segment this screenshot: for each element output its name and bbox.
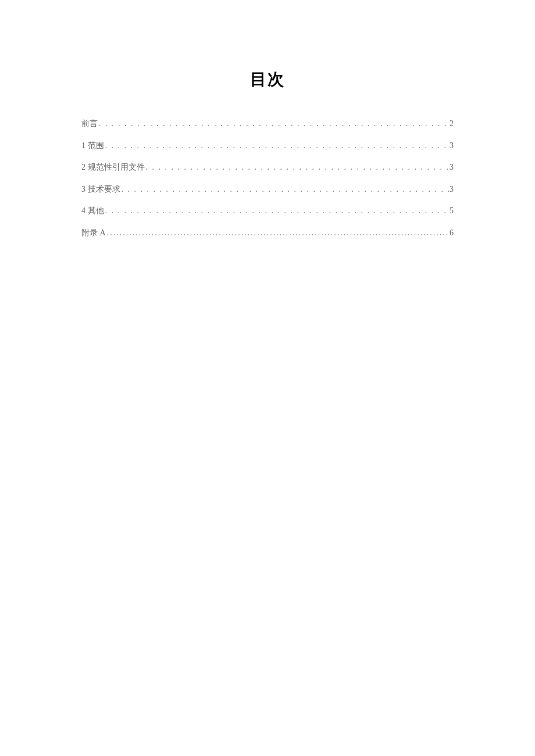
- toc-entry-page: 3: [450, 162, 454, 173]
- toc-entry-label: 1 范围: [81, 140, 104, 152]
- toc-entry: 附录 A ...................................…: [81, 222, 454, 244]
- toc-entry-label: 附录 A: [81, 227, 106, 239]
- toc-entry: 4 其他 . . . . . . . . . . . . . . . . . .…: [81, 200, 454, 222]
- toc-entry-page: 6: [450, 227, 454, 239]
- toc-entry: 2 规范性引用文件 . . . . . . . . . . . . . . . …: [81, 156, 454, 178]
- toc-entry-label: 3 技术要求: [81, 184, 120, 195]
- toc-leader-dots: . . . . . . . . . . . . . . . . . . . . …: [104, 140, 450, 152]
- table-of-contents: 前言 . . . . . . . . . . . . . . . . . . .…: [81, 113, 454, 244]
- toc-entry-label: 4 其他: [81, 205, 104, 217]
- toc-leader-dots: . . . . . . . . . . . . . . . . . . . . …: [145, 162, 450, 173]
- toc-entry-page: 2: [450, 118, 454, 130]
- toc-entry-label: 前言: [81, 118, 98, 130]
- page-title: 目次: [0, 69, 535, 91]
- toc-leader-dots: . . . . . . . . . . . . . . . . . . . . …: [98, 118, 450, 130]
- toc-leader-dots: ........................................…: [106, 227, 450, 239]
- toc-entry: 1 范围 . . . . . . . . . . . . . . . . . .…: [81, 135, 454, 157]
- toc-leader-dots: . . . . . . . . . . . . . . . . . . . . …: [104, 205, 450, 217]
- toc-entry-page: 3: [450, 184, 454, 195]
- toc-entry-page: 3: [450, 140, 454, 152]
- toc-entry-page: 5: [450, 205, 454, 217]
- toc-entry: 前言 . . . . . . . . . . . . . . . . . . .…: [81, 113, 454, 135]
- toc-leader-dots: . . . . . . . . . . . . . . . . . . . . …: [120, 184, 450, 195]
- toc-entry-label: 2 规范性引用文件: [81, 162, 145, 173]
- toc-entry: 3 技术要求 . . . . . . . . . . . . . . . . .…: [81, 178, 454, 200]
